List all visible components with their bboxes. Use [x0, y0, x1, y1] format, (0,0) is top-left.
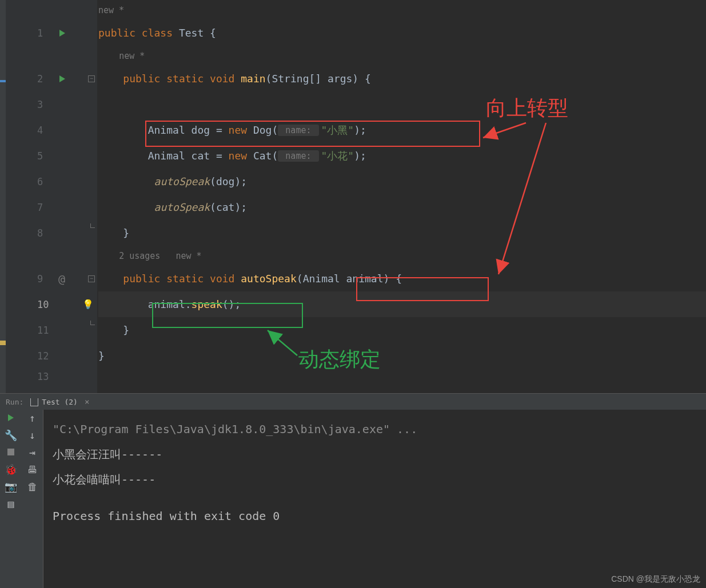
line-number: 3: [37, 99, 43, 110]
run-toolbar-right: ↑ ↓ ⇥ 🖶 🗑: [22, 410, 43, 588]
code-line[interactable]: Animal cat = new Cat( name: "小花");: [98, 143, 706, 169]
param-hint: name:: [278, 125, 318, 136]
vcs-marker: [0, 341, 6, 345]
line-number: 10: [37, 299, 49, 310]
fold-end-icon[interactable]: [90, 223, 95, 228]
svg-rect-6: [7, 449, 14, 455]
line-number: 5: [37, 150, 43, 162]
code-line[interactable]: [98, 91, 706, 117]
code-line[interactable]: Animal dog = new Dog( name: "小黑");: [98, 117, 706, 143]
override-icon[interactable]: @: [58, 272, 65, 286]
editor-area: 1 2 − 3 4 5 6 7 8 9 @ − 10 💡 11: [0, 0, 706, 393]
line-number: 6: [37, 176, 43, 187]
trash-icon[interactable]: 🗑: [28, 482, 37, 491]
code-line[interactable]: }: [98, 317, 706, 343]
line-number: 2: [37, 73, 43, 85]
run-tab[interactable]: Test (2) ×: [30, 397, 89, 406]
code-line[interactable]: autoSpeak(cat);: [98, 194, 706, 220]
fold-icon[interactable]: −: [88, 275, 95, 282]
console-line: 小黑会汪汪叫------: [53, 442, 697, 467]
code-area[interactable]: new * public class Test { new * public s…: [97, 0, 706, 393]
wrap-icon[interactable]: ⇥: [28, 447, 37, 457]
print-icon[interactable]: 🖶: [28, 465, 37, 474]
run-toolbar-left: 🔧 🐞 📷 ▤: [0, 410, 22, 588]
debug-icon[interactable]: 🐞: [6, 465, 15, 474]
line-number: 8: [37, 227, 43, 239]
code-line[interactable]: }: [98, 343, 706, 369]
code-line[interactable]: animal.speak();: [98, 291, 706, 317]
line-number: 12: [37, 350, 49, 362]
run-tab-title: Test (2): [42, 398, 78, 406]
layout-icon[interactable]: ▤: [6, 499, 15, 508]
svg-marker-0: [59, 30, 65, 37]
console-line: 小花会喵喵叫-----: [53, 467, 697, 492]
run-panel: Run: Test (2) × 🔧 🐞 📷 ▤ ↑ ↓ ⇥ 🖶 🗑 "C:\Pr…: [0, 393, 706, 588]
code-line[interactable]: autoSpeak(dog);: [98, 169, 706, 194]
svg-marker-5: [8, 414, 14, 421]
annotation-label-upcast: 向上转型: [486, 94, 568, 122]
code-line[interactable]: public static void main(String[] args) {: [98, 66, 706, 91]
run-header: Run: Test (2) ×: [0, 394, 706, 410]
inlay-hint: new *: [98, 5, 124, 15]
console-command: "C:\Program Files\Java\jdk1.8.0_333\bin\…: [53, 417, 697, 442]
annotation-label-dynamic: 动态绑定: [298, 346, 381, 374]
svg-marker-1: [59, 75, 65, 82]
marker-stripe: [0, 0, 6, 393]
camera-icon[interactable]: 📷: [6, 482, 15, 491]
line-number: 1: [37, 27, 43, 39]
code-line[interactable]: public class Test {: [98, 20, 706, 46]
line-number: 4: [37, 125, 43, 136]
param-hint: name:: [278, 150, 318, 162]
vcs-marker: [0, 80, 6, 82]
up-arrow-icon[interactable]: ↑: [28, 413, 37, 422]
run-icon[interactable]: [6, 413, 15, 422]
inlay-hint: new *: [119, 51, 145, 61]
run-line-icon[interactable]: [58, 75, 66, 83]
close-icon[interactable]: ×: [85, 397, 89, 406]
console-output[interactable]: "C:\Program Files\Java\jdk1.8.0_333\bin\…: [43, 410, 706, 588]
down-arrow-icon[interactable]: ↓: [28, 430, 37, 439]
wrench-icon[interactable]: 🔧: [6, 430, 15, 439]
line-number: 9: [37, 273, 43, 285]
intention-bulb-icon[interactable]: 💡: [82, 299, 94, 310]
line-number: 13: [37, 371, 49, 382]
line-number: 11: [37, 325, 49, 336]
code-line[interactable]: public static void autoSpeak(Animal anim…: [98, 266, 706, 291]
console-exit: Process finished with exit code 0: [53, 503, 697, 529]
run-label: Run:: [6, 398, 23, 406]
fold-icon[interactable]: −: [88, 75, 95, 82]
terminal-icon: [30, 398, 38, 406]
inlay-hint[interactable]: 2 usages new *: [119, 251, 202, 261]
fold-end-icon[interactable]: [90, 321, 95, 325]
run-line-icon[interactable]: [58, 29, 66, 37]
code-line[interactable]: }: [98, 220, 706, 246]
watermark: CSDN @我是无敌小恐龙: [611, 574, 700, 585]
gutter: 1 2 − 3 4 5 6 7 8 9 @ − 10 💡 11: [6, 0, 97, 393]
line-number: 7: [37, 202, 43, 213]
stop-icon[interactable]: [6, 447, 15, 457]
